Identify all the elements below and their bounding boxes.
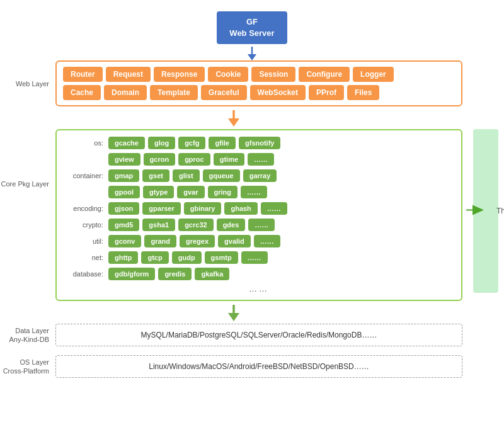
data-layer-label: Data Layer Any-Kind-DB	[0, 326, 55, 344]
green-btn-gtime: gtime	[214, 153, 244, 166]
green-btn-: ……	[261, 202, 287, 215]
core-section-items-7: ghttpgtcpgudpgsmtp……	[108, 251, 455, 264]
core-section-5: crypto:gmd5gsha1gcrc32gdes……	[63, 219, 455, 231]
green-btn-gcron: gcron	[144, 153, 176, 166]
core-section-items-0: gcachegloggcfggfilegfsnotify	[108, 137, 455, 149]
green-btn-: ……	[241, 186, 267, 198]
green-btn-gvalid: gvalid	[218, 235, 251, 247]
core-section-0: os:gcachegloggcfggfilegfsnotify	[63, 137, 455, 149]
green-btn-gcrc32: gcrc32	[178, 219, 213, 231]
web-btn-configure: Configure	[299, 67, 350, 82]
svg-marker-7	[228, 313, 239, 321]
green-btn-gudp: gudp	[172, 251, 202, 264]
third-party-arrow	[466, 204, 484, 219]
core-section-3: gpoolgtypegvargring……	[63, 186, 455, 198]
core-section-items-1: gviewgcrongprocgtime……	[108, 153, 455, 166]
core-dots: ……	[63, 284, 455, 293]
web-btn-cache: Cache	[63, 85, 101, 100]
core-section-7: net:ghttpgtcpgudpgsmtp……	[63, 251, 455, 264]
green-btn-: ……	[254, 235, 280, 247]
arrow-to-web	[0, 47, 504, 60]
green-btn-: ……	[248, 153, 274, 166]
web-btn-router: Router	[63, 67, 103, 82]
core-section-items-3: gpoolgtypegvargring……	[108, 186, 455, 198]
green-btn-gproc: gproc	[178, 153, 210, 166]
os-layer-content: Linux/Windows/MacOS/Android/FreeBSD/NetB…	[149, 362, 369, 371]
core-layer-box: os:gcachegloggcfggfilegfsnotifygviewgcro…	[55, 129, 462, 301]
green-btn-gvar: gvar	[177, 186, 204, 198]
green-btn-: ……	[241, 251, 268, 264]
web-row-1: RouterRequestResponseCookieSessionConfig…	[63, 67, 455, 82]
data-layer-box: MySQL/MariaDB/PostgreSQL/SQLServer/Oracl…	[55, 324, 462, 346]
green-btn-gtype: gtype	[143, 186, 174, 198]
svg-marker-4	[472, 205, 484, 215]
green-btn-gconv: gconv	[108, 235, 141, 247]
web-btn-template: Template	[150, 85, 198, 100]
third-party-panel: Third Party	[467, 129, 504, 293]
green-btn-garray: garray	[243, 169, 277, 182]
green-btn-ghttp: ghttp	[108, 251, 138, 264]
core-section-label-5: crypto:	[63, 219, 108, 229]
green-btn-gparser: gparser	[142, 202, 180, 215]
web-btn-websocket: WebSocket	[250, 85, 306, 100]
core-section-label-2: container:	[63, 169, 108, 179]
green-btn-gpool: gpool	[108, 186, 140, 198]
arrow-to-data	[0, 305, 504, 321]
green-btn-grand: grand	[144, 235, 176, 247]
green-btn-gmd5: gmd5	[108, 219, 139, 231]
green-btn-gregex: gregex	[180, 235, 215, 247]
green-btn-gfile: gfile	[209, 137, 236, 149]
os-layer-box: Linux/Windows/MacOS/Android/FreeBSD/NetB…	[55, 355, 462, 378]
data-layer-row: Data Layer Any-Kind-DB MySQL/MariaDB/Pos…	[0, 324, 504, 346]
green-btn-gbinary: gbinary	[184, 202, 222, 215]
data-layer-content: MySQL/MariaDB/PostgreSQL/SQLServer/Oracl…	[141, 331, 377, 339]
core-layer-row: Core Pkg Layer os:gcachegloggcfggfilegfs…	[0, 129, 504, 301]
os-layer-row: OS Layer Cross-Platform Linux/Windows/Ma…	[0, 355, 504, 378]
core-section-items-8: gdb/gformgredisgkafka	[108, 268, 455, 280]
core-section-items-6: gconvgrandgregexgvalid……	[108, 235, 455, 247]
web-btn-logger: Logger	[353, 67, 394, 82]
core-section-label-4: encoding:	[63, 202, 108, 212]
green-btn-gmap: gmap	[108, 169, 139, 182]
core-section-6: util:gconvgrandgregexgvalid……	[63, 235, 455, 247]
arrow-to-core	[0, 110, 504, 127]
core-section-label-7: net:	[63, 251, 108, 261]
gf-server-box: GF Web Server	[217, 11, 287, 44]
core-section-items-4: gjsongparsergbinaryghash……	[108, 202, 455, 215]
green-btn-gtcp: gtcp	[141, 251, 168, 264]
web-row-2: CacheDomainTemplateGracefulWebSocketPPro…	[63, 85, 455, 100]
core-section-label-8: database:	[63, 268, 108, 278]
core-section-2: container:gmapgsetglistgqueuegarray	[63, 169, 455, 182]
svg-marker-1	[248, 54, 256, 60]
green-btn-gcache: gcache	[108, 137, 145, 149]
green-btn-glist: glist	[173, 169, 200, 182]
core-layer-label: Core Pkg Layer	[0, 129, 55, 188]
web-layer-row: Web Layer RouterRequestResponseCookieSes…	[0, 60, 504, 106]
core-section-1: gviewgcrongprocgtime……	[63, 153, 455, 166]
core-section-label-0: os:	[63, 137, 108, 147]
green-btn-gjson: gjson	[108, 202, 139, 215]
core-section-items-2: gmapgsetglistgqueuegarray	[108, 169, 455, 182]
core-section-items-5: gmd5gsha1gcrc32gdes……	[108, 219, 455, 231]
third-party-label: Third Party	[496, 207, 504, 215]
core-section-8: database:gdb/gformgredisgkafka	[63, 268, 455, 280]
architecture-diagram: GF Web Server Web Layer RouterRequestRes…	[0, 0, 504, 388]
os-layer-label: OS Layer Cross-Platform	[0, 358, 55, 376]
green-btn-ghash: ghash	[224, 202, 257, 215]
green-btn-gview: gview	[108, 153, 140, 166]
web-layer-label: Web Layer	[0, 79, 55, 88]
core-section-label-6: util:	[63, 235, 108, 245]
green-btn-gkafka: gkafka	[195, 268, 229, 280]
gf-server-line2: Web Server	[229, 28, 274, 38]
gf-server-section: GF Web Server	[0, 11, 504, 44]
green-btn-glog: glog	[148, 137, 175, 149]
core-section-label-1	[63, 153, 108, 156]
green-btn-gdes: gdes	[217, 219, 246, 231]
web-layer-box: RouterRequestResponseCookieSessionConfig…	[55, 60, 462, 106]
green-btn-gdbgform: gdb/gform	[108, 268, 155, 280]
web-btn-domain: Domain	[104, 85, 147, 100]
green-btn-gcfg: gcfg	[178, 137, 205, 149]
web-btn-session: Session	[251, 67, 295, 82]
green-btn-gsmtp: gsmtp	[205, 251, 238, 264]
svg-marker-3	[228, 118, 239, 127]
